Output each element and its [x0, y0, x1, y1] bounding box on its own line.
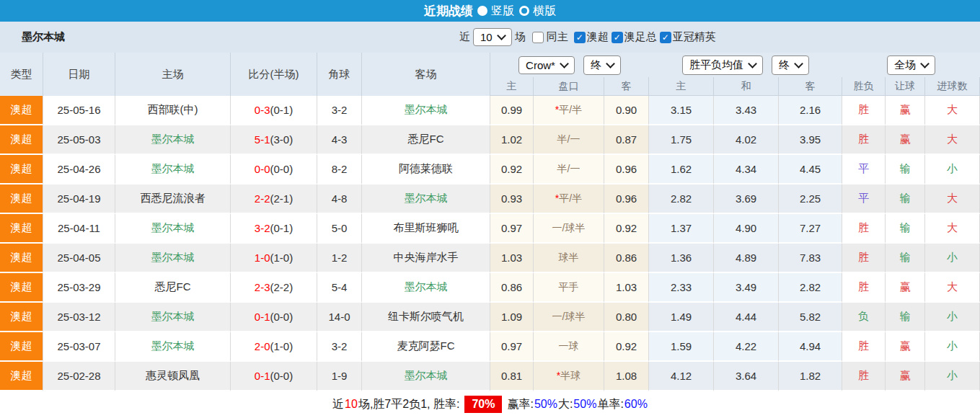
league-cell: 澳超	[0, 214, 43, 244]
handicap-result-cell: 输	[886, 244, 925, 273]
goals-cell: 小	[925, 332, 980, 362]
home-team-cell[interactable]: 墨尔本城	[115, 214, 231, 244]
avg-win-cell: 3.15	[649, 96, 714, 125]
score-cell: 3-2(0-1)	[231, 214, 317, 244]
away-team-cell[interactable]: 阿德莱德联	[362, 155, 490, 184]
layout-radio-off[interactable]: 横版	[519, 4, 556, 19]
layout-radio-on[interactable]: 竖版	[477, 4, 514, 19]
home-odds-cell: 0.92	[490, 155, 534, 184]
away-team-cell[interactable]: 中央海岸水手	[362, 244, 490, 273]
halftime-score: (0-0)	[270, 370, 293, 382]
league-checkbox[interactable]	[660, 32, 671, 43]
radio-icon[interactable]	[477, 6, 487, 16]
away-team-cell[interactable]: 布里斯班狮吼	[362, 214, 490, 244]
corners-cell: 5-4	[317, 273, 362, 303]
halftime-score: (0-1)	[270, 104, 293, 116]
league-label[interactable]: 澳超	[587, 30, 609, 44]
avg-type-select[interactable]: 胜平负均值	[682, 55, 763, 75]
sub-header-avg-win: 主	[649, 77, 714, 96]
match-row: 澳超25-03-29悉尼FC2-3(2-2)5-4墨尔本城0.86平手1.032…	[0, 273, 980, 303]
avg-lose-cell: 7.27	[779, 214, 842, 244]
same-home-label[interactable]: 同主	[547, 30, 568, 44]
home-team-cell[interactable]: 墨尔本城	[115, 332, 231, 362]
league-label[interactable]: 澳足总	[624, 30, 657, 44]
league-checkbox[interactable]	[574, 32, 586, 43]
sub-header-handicap: 盘口	[534, 77, 604, 96]
same-home-checkbox[interactable]	[532, 32, 544, 43]
avg-draw-cell: 3.43	[714, 96, 779, 125]
home-odds-cell: 1.02	[490, 125, 534, 155]
avg-lose-cell: 4.45	[779, 155, 842, 184]
home-team-cell[interactable]: 惠灵顿凤凰	[115, 362, 231, 391]
odds-company-value: Crow*	[526, 59, 555, 71]
away-team-cell[interactable]: 墨尔本城	[362, 273, 490, 303]
asterisk-mark: *	[555, 192, 559, 204]
away-team-cell[interactable]: 悉尼FC	[362, 125, 490, 155]
goals-cell: 大	[925, 96, 980, 125]
odds-select-header: Crow* 终	[490, 53, 649, 77]
home-team-cell[interactable]: 墨尔本城	[115, 244, 231, 273]
sub-header-avg-draw: 和	[714, 77, 779, 96]
away-team-cell[interactable]: 纽卡斯尔喷气机	[362, 303, 490, 332]
radio-label[interactable]: 竖版	[491, 4, 514, 19]
avg-draw-cell: 3.49	[714, 273, 779, 303]
col-header-away: 客场	[362, 53, 490, 96]
avg-win-cell: 1.36	[649, 244, 714, 273]
avg-draw-cell: 4.89	[714, 244, 779, 273]
home-team-cell[interactable]: 悉尼FC	[115, 273, 231, 303]
odds-company-select[interactable]: Crow*	[518, 56, 575, 74]
home-team-cell[interactable]: 墨尔本城	[115, 155, 231, 184]
home-team-cell[interactable]: 西部联(中)	[115, 96, 231, 125]
league-cell: 澳超	[0, 155, 43, 184]
avg-final-select[interactable]: 终	[772, 55, 809, 75]
date-cell: 25-04-19	[43, 184, 115, 214]
score-cell: 0-0(0-0)	[231, 155, 317, 184]
match-row: 澳超25-04-26墨尔本城0-0(0-0)8-2阿德莱德联0.92半/一0.9…	[0, 155, 980, 184]
handicap-cell: 半/一	[534, 125, 604, 155]
sub-header-goals: 进球数	[925, 77, 980, 96]
corners-cell: 5-0	[317, 214, 362, 244]
fulltime-score: 0-3	[255, 104, 270, 116]
home-team-cell[interactable]: 墨尔本城	[115, 125, 231, 155]
result-cell: 平	[842, 184, 886, 214]
away-odds-cell: 0.87	[604, 125, 649, 155]
match-count-select[interactable]: 10	[473, 28, 512, 46]
summary-text: 场,胜7平2负1, 胜率:	[358, 397, 459, 412]
league-cell: 澳超	[0, 125, 43, 155]
away-team-cell[interactable]: 墨尔本城	[362, 184, 490, 214]
radio-label[interactable]: 横版	[533, 4, 556, 19]
away-team-cell[interactable]: 墨尔本城	[362, 362, 490, 391]
league-cell: 澳超	[0, 244, 43, 273]
goals-cell: 小	[925, 155, 980, 184]
home-team-cell[interactable]: 墨尔本城	[115, 303, 231, 332]
result-cell: 胜	[842, 96, 886, 125]
home-team-cell[interactable]: 西悉尼流浪者	[115, 184, 231, 214]
date-cell: 25-04-26	[43, 155, 115, 184]
avg-draw-cell: 4.90	[714, 214, 779, 244]
league-checkbox[interactable]	[612, 32, 623, 43]
avg-win-cell: 1.49	[649, 303, 714, 332]
halftime-score: (2-1)	[270, 192, 293, 205]
handicap-cell: 平手	[534, 273, 604, 303]
away-team-cell[interactable]: 麦克阿瑟FC	[362, 332, 490, 362]
league-label[interactable]: 亚冠精英	[673, 30, 716, 44]
radio-icon[interactable]	[519, 6, 529, 16]
home-odds-cell: 0.81	[490, 362, 534, 391]
odds-final-select[interactable]: 终	[583, 55, 621, 75]
away-odds-cell: 0.80	[604, 303, 649, 332]
league-filter: 澳超	[574, 30, 609, 44]
away-odds-cell: 0.96	[604, 155, 649, 184]
fulltime-score: 5-1	[255, 133, 270, 146]
fulltime-score: 3-2	[255, 222, 270, 234]
sub-header-odds-away: 客	[604, 77, 649, 96]
team-name: 墨尔本城	[0, 30, 65, 44]
home-odds-cell: 1.03	[490, 244, 534, 273]
scope-select[interactable]: 全场	[887, 55, 935, 75]
match-row: 澳超25-05-16西部联(中)0-3(0-1)3-2墨尔本城0.99*平/半0…	[0, 96, 980, 125]
corners-cell: 1-9	[317, 362, 362, 391]
avg-draw-cell: 4.44	[714, 303, 779, 332]
handicap-cell: 一/球半	[534, 303, 604, 332]
home-odds-cell: 0.97	[490, 214, 534, 244]
away-team-cell[interactable]: 墨尔本城	[362, 96, 490, 125]
col-header-type: 类型	[0, 53, 43, 96]
